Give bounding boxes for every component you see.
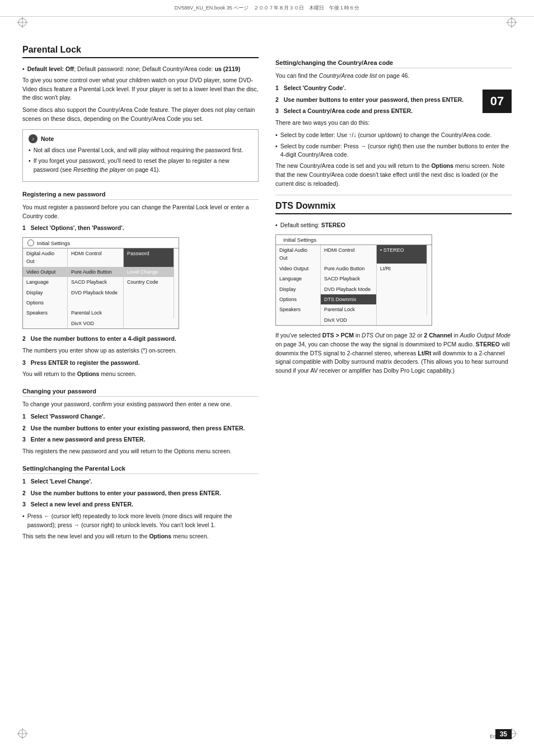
reg-step-3: 3 Press ENTER to register the password. [22, 359, 259, 368]
note-bullet-1: • Not all discs use Parental Lock, and w… [29, 146, 252, 155]
dts-menu-table: Initial Settings Digital Audio Out HDMI … [275, 234, 432, 326]
dts-cell: Lt/Rt [377, 264, 427, 274]
pl-outro: This sets the new level and you will ret… [22, 532, 259, 541]
dts-cell: DVD Playback Mode [321, 284, 377, 294]
intro-text-2: Some discs also support the Country/Area… [22, 106, 259, 124]
country-title: Setting/changing the Country/Area code [275, 59, 512, 68]
reg-step-1: 1 Select 'Options', then 'Password'. [22, 224, 259, 233]
parental-setting-title: Setting/changing the Parental Lock [22, 465, 259, 474]
ch-step-3: 3 Enter a new password and press ENTER. [22, 435, 259, 444]
pl-step-2: 2 Use the number buttons to enter your p… [22, 489, 259, 498]
dts-cell: Pure Audio Button [321, 264, 377, 274]
menu-cell [23, 318, 68, 328]
dts-cell: • STEREO [377, 245, 427, 264]
note-bullet-2: • If you forget your password, you'll ne… [29, 157, 252, 175]
menu-cell: HDMI Control [68, 248, 124, 267]
dts-cell: Video Output [276, 264, 321, 274]
reg-step-2: 2 Use the number buttons to enter a 4-di… [22, 335, 259, 344]
menu-table-title: Initial Settings [23, 238, 179, 248]
changing-intro: To change your password, confirm your ex… [22, 400, 259, 409]
default-settings-bullet: • Default level: Off; Default password: … [22, 65, 259, 74]
pl-bullet-1: • Press ← (cursor left) repeatedly to lo… [22, 512, 259, 530]
menu-cell: Video Output [23, 267, 68, 277]
cc-bullet-2: • Select by code number: Press → (cursor… [275, 142, 512, 160]
dts-cell [377, 284, 427, 294]
pl-step-3: 3 Select a new level and press ENTER. [22, 500, 259, 509]
dts-cell [276, 315, 321, 325]
dts-cell: HDMI Control [321, 245, 377, 264]
registering-title: Registering a new password [22, 191, 259, 200]
cc-step-3: 3 Select a Country/Area code and press E… [275, 107, 512, 116]
dts-cell [377, 294, 427, 304]
ch-step-3-detail: This registers the new password and you … [22, 447, 259, 456]
menu-cell-password: Password [124, 248, 174, 267]
dts-title: DTS Downmix [275, 201, 512, 214]
menu-table: Initial Settings Digital Audio Out HDMI … [22, 237, 179, 329]
note-icon: ♪ [29, 134, 38, 143]
page-number: 35 [495, 729, 512, 739]
dts-cell: DTS Downmix [321, 294, 377, 304]
dts-cell: Display [276, 284, 321, 294]
ch-step-1: 1 Select 'Password Change'. [22, 412, 259, 421]
intro-text-1: To give you some control over what your … [22, 76, 259, 102]
country-intro: You can find the Country/Area code list … [275, 72, 512, 81]
header-bar: DV588V_KU_EN.book 35 ページ ２００７年８月３０日 木曜日 … [0, 0, 534, 17]
dts-cell: Speakers [276, 304, 321, 314]
corner-mark-tr [506, 17, 517, 28]
menu-cell: Language [23, 277, 68, 287]
divider [275, 195, 512, 195]
menu-cell: Pure Audio Button [68, 267, 124, 277]
menu-cell: Level Change [124, 267, 174, 277]
pl-step-1: 1 Select 'Level Change'. [22, 477, 259, 486]
dts-cell: Digital Audio Out [276, 245, 321, 264]
left-column: Parental Lock • Default level: Off; Defa… [22, 45, 259, 544]
dts-cell [377, 315, 427, 325]
note-box: ♪ Note • Not all discs use Parental Lock… [22, 129, 259, 182]
dts-menu-title: Initial Settings [276, 235, 432, 245]
menu-cell [68, 298, 124, 308]
cc-step-2: 2 Use number buttons to enter your passw… [275, 96, 512, 105]
dts-cell [377, 304, 427, 314]
dts-cell: Parental Lock [321, 304, 377, 314]
registering-intro: You must register a password before you … [22, 203, 259, 221]
dts-text: If you've selected DTS > PCM in DTS Out … [275, 331, 512, 375]
menu-cell [124, 288, 174, 298]
note-header: ♪ Note [29, 134, 252, 143]
dts-cell: DivX VOD [321, 315, 377, 325]
menu-cell: SACD Playback [68, 277, 124, 287]
menu-cell: DVD Playback Mode [68, 288, 124, 298]
reg-step-2-detail: The numbers you enter show up as asteris… [22, 346, 259, 355]
menu-cell: Options [23, 298, 68, 308]
menu-cell [124, 308, 174, 318]
menu-cell: Country Code [124, 277, 174, 287]
chapter-badge: 07 [483, 90, 512, 113]
ch-step-2: 2 Use the number buttons to enter your e… [22, 424, 259, 433]
dts-default: • Default setting: STEREO [275, 221, 512, 230]
dts-cell: Options [276, 294, 321, 304]
changing-title: Changing your password [22, 388, 259, 397]
cc-bullet-1: • Select by code letter: Use ↑/↓ (cursor… [275, 131, 512, 140]
reg-step-3-detail: You will return to the Options menu scre… [22, 370, 259, 379]
parental-lock-title: Parental Lock [22, 45, 259, 58]
dts-cell: Language [276, 274, 321, 284]
menu-cell: Display [23, 288, 68, 298]
dts-cell [377, 274, 427, 284]
menu-cell: Speakers [23, 308, 68, 318]
header-text: DV588V_KU_EN.book 35 ページ ２００７年８月３０日 木曜日 … [175, 4, 360, 12]
menu-grid: Digital Audio Out HDMI Control Password … [23, 248, 179, 328]
menu-cell: DivX VOD [68, 318, 124, 328]
corner-mark-tl [17, 17, 28, 28]
menu-icon [27, 240, 34, 246]
corner-mark-bl [17, 728, 28, 739]
menu-cell [124, 318, 174, 328]
cc-step-3-detail: There are two ways you can do this: [275, 119, 512, 128]
dts-cell: SACD Playback [321, 274, 377, 284]
menu-cell: Digital Audio Out [23, 248, 68, 267]
cc-step-1: 1 Select 'Country Code'. [275, 84, 512, 93]
menu-cell [124, 298, 174, 308]
dts-grid: Digital Audio Out HDMI Control • STEREO … [276, 245, 432, 325]
menu-cell: Parental Lock [68, 308, 124, 318]
cc-outro: The new Country/Area code is set and you… [275, 162, 512, 188]
right-column: Setting/changing the Country/Area code Y… [275, 45, 512, 544]
